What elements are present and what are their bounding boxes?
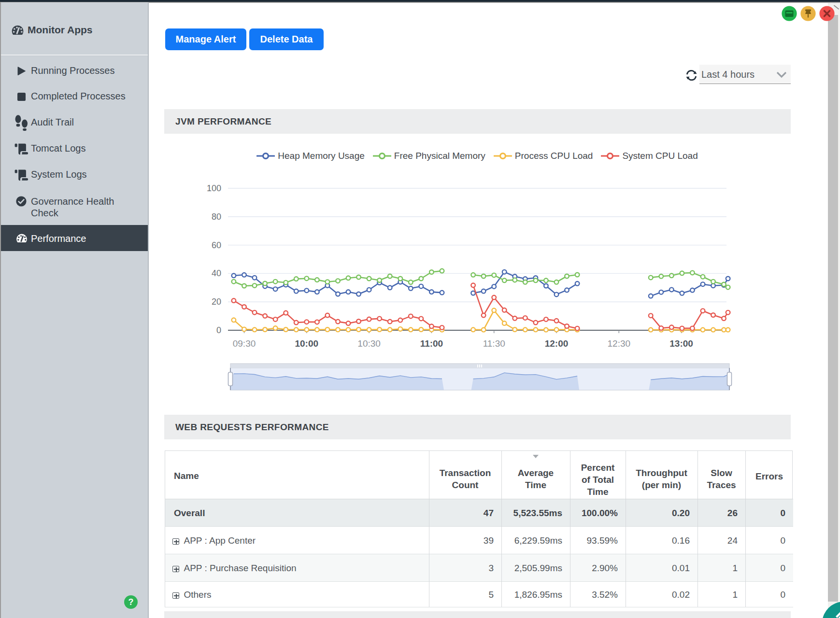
svg-text:11:30: 11:30 [483,338,505,349]
svg-text:10:00: 10:00 [295,338,318,349]
svg-text:20: 20 [212,297,221,307]
svg-text:11:00: 11:00 [420,338,443,349]
svg-text:10:30: 10:30 [357,338,381,349]
svg-text:80: 80 [212,212,221,222]
svg-text:100: 100 [207,183,221,193]
svg-text:40: 40 [212,268,221,278]
svg-text:13:00: 13:00 [669,338,693,349]
svg-text:0: 0 [216,325,221,335]
svg-text:12:30: 12:30 [608,338,631,349]
svg-text:60: 60 [212,240,221,250]
svg-text:09:30: 09:30 [233,338,256,349]
svg-text:12:00: 12:00 [545,338,569,349]
